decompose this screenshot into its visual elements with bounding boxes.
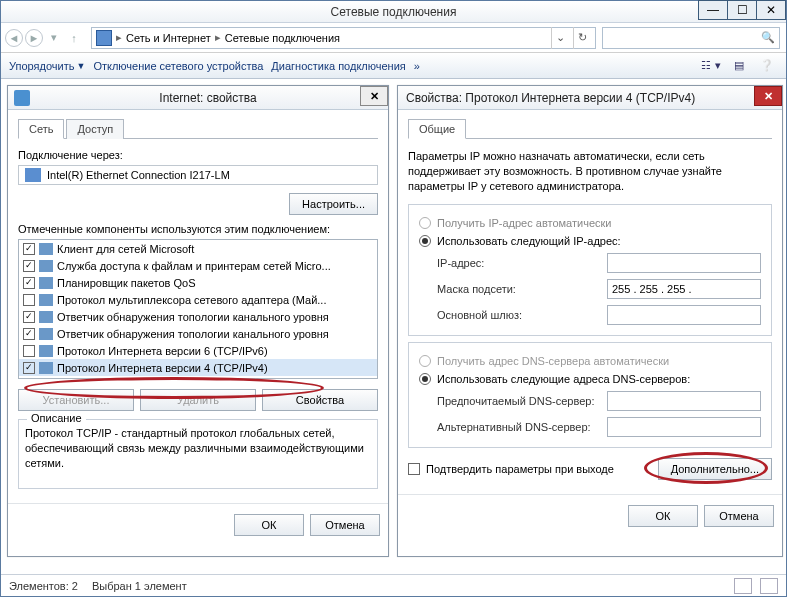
item-count: Элементов: 2 <box>9 580 78 592</box>
diagnose-button[interactable]: Диагностика подключения <box>271 60 405 72</box>
component-icon <box>39 260 53 272</box>
network-connections-window: Сетевые подключения — ☐ ✕ ◄ ► ▾ ↑ ▸ Сеть… <box>0 0 787 597</box>
adapter-field: Intel(R) Ethernet Connection I217-LM <box>18 165 378 185</box>
install-button[interactable]: Установить... <box>18 389 134 411</box>
dialog-title: Свойства: Протокол Интернета версии 4 (T… <box>404 91 776 105</box>
ok-button[interactable]: ОК <box>234 514 304 536</box>
checkbox[interactable]: ✓ <box>23 260 35 272</box>
checkbox[interactable]: ✓ <box>23 328 35 340</box>
tab-network[interactable]: Сеть <box>18 119 64 139</box>
confirm-label: Подтвердить параметры при выходе <box>426 463 614 475</box>
nic-icon <box>25 168 41 182</box>
help-button[interactable]: ❔ <box>756 56 778 76</box>
connect-through-label: Подключение через: <box>18 149 378 161</box>
back-button[interactable]: ◄ <box>5 29 23 47</box>
checkbox[interactable] <box>23 345 35 357</box>
dns-primary-input[interactable] <box>607 391 761 411</box>
dialog-title-bar: Свойства: Протокол Интернета версии 4 (T… <box>398 86 782 110</box>
organize-menu[interactable]: Упорядочить▼ <box>9 60 85 72</box>
component-icon <box>39 328 53 340</box>
ip-address-label: IP-адрес: <box>437 257 607 269</box>
remove-button[interactable]: Удалить <box>140 389 256 411</box>
dns-alt-input[interactable] <box>607 417 761 437</box>
subnet-mask-input[interactable]: 255 . 255 . 255 . <box>607 279 761 299</box>
list-item[interactable]: ✓Ответчик обнаружения топологии канально… <box>19 308 377 325</box>
adapter-icon <box>14 90 30 106</box>
components-list: ✓Клиент для сетей Microsoft ✓Служба дост… <box>18 239 378 379</box>
list-item[interactable]: ✓Служба доступа к файлам и принтерам сет… <box>19 257 377 274</box>
checkbox[interactable] <box>23 294 35 306</box>
search-icon: 🔍 <box>761 31 775 44</box>
tabs: Общие <box>408 118 772 139</box>
description-box: Описание Протокол TCP/IP - стандартный п… <box>18 419 378 489</box>
close-button[interactable]: ✕ <box>756 0 786 20</box>
component-icon <box>39 362 53 374</box>
checkbox[interactable]: ✓ <box>23 243 35 255</box>
components-label: Отмеченные компоненты используются этим … <box>18 223 378 235</box>
overflow-icon[interactable]: » <box>414 60 420 72</box>
view-options-button[interactable]: ☷ ▾ <box>700 56 722 76</box>
list-item[interactable]: Протокол мультиплексора сетевого адаптер… <box>19 291 377 308</box>
list-item[interactable]: ✓Клиент для сетей Microsoft <box>19 240 377 257</box>
view-large-icon[interactable] <box>760 578 778 594</box>
cancel-button[interactable]: Отмена <box>310 514 380 536</box>
component-icon <box>39 311 53 323</box>
disable-device-button[interactable]: Отключение сетевого устройства <box>93 60 263 72</box>
address-bar: ◄ ► ▾ ↑ ▸ Сеть и Интернет ▸ Сетевые подк… <box>1 23 786 53</box>
status-bar: Элементов: 2 Выбран 1 элемент <box>1 574 786 596</box>
description-legend: Описание <box>27 412 86 424</box>
confirm-checkbox[interactable] <box>408 463 420 475</box>
checkbox[interactable]: ✓ <box>23 311 35 323</box>
component-icon <box>39 277 53 289</box>
component-icon <box>39 243 53 255</box>
breadcrumb-item[interactable]: Сеть и Интернет <box>126 32 211 44</box>
list-item-selected[interactable]: ✓Протокол Интернета версии 4 (TCP/IPv4) <box>19 359 377 376</box>
advanced-button[interactable]: Дополнительно... <box>658 458 772 480</box>
tab-access[interactable]: Доступ <box>66 119 124 139</box>
list-item[interactable]: ✓Планировщик пакетов QoS <box>19 274 377 291</box>
gateway-input[interactable] <box>607 305 761 325</box>
component-icon <box>39 294 53 306</box>
maximize-button[interactable]: ☐ <box>727 0 757 20</box>
chevron-right-icon: ▸ <box>215 31 221 44</box>
close-button[interactable]: ✕ <box>754 86 782 106</box>
dialog-title: Internet: свойства <box>34 91 382 105</box>
ip-address-input[interactable] <box>607 253 761 273</box>
toolbar: Упорядочить▼ Отключение сетевого устройс… <box>1 53 786 79</box>
properties-button[interactable]: Свойства <box>262 389 378 411</box>
radio-dns-manual[interactable]: Использовать следующие адреса DNS-сервер… <box>419 373 761 385</box>
radio-dns-auto[interactable]: Получить адрес DNS-сервера автоматически <box>419 355 761 367</box>
breadcrumb-item[interactable]: Сетевые подключения <box>225 32 340 44</box>
adapter-properties-dialog: Internet: свойства ✕ Сеть Доступ Подключ… <box>7 85 389 557</box>
location-icon <box>96 30 112 46</box>
selected-count: Выбран 1 элемент <box>92 580 187 592</box>
ip-group: Получить IP-адрес автоматически Использо… <box>408 204 772 336</box>
radio-ip-auto[interactable]: Получить IP-адрес автоматически <box>419 217 761 229</box>
gateway-label: Основной шлюз: <box>437 309 607 321</box>
close-button[interactable]: ✕ <box>360 86 388 106</box>
cancel-button[interactable]: Отмена <box>704 505 774 527</box>
chevron-right-icon: ▸ <box>116 31 122 44</box>
preview-pane-button[interactable]: ▤ <box>728 56 750 76</box>
tab-general[interactable]: Общие <box>408 119 466 139</box>
dns-alt-label: Альтернативный DNS-сервер: <box>437 421 607 433</box>
radio-ip-manual[interactable]: Использовать следующий IP-адрес: <box>419 235 761 247</box>
configure-button[interactable]: Настроить... <box>289 193 378 215</box>
history-dropdown[interactable]: ▾ <box>45 29 63 47</box>
ok-button[interactable]: ОК <box>628 505 698 527</box>
main-window-title: Сетевые подключения <box>331 5 457 19</box>
list-item[interactable]: ✓Ответчик обнаружения топологии канально… <box>19 325 377 342</box>
minimize-button[interactable]: — <box>698 0 728 20</box>
list-item[interactable]: Протокол Интернета версии 6 (TCP/IPv6) <box>19 342 377 359</box>
breadcrumb[interactable]: ▸ Сеть и Интернет ▸ Сетевые подключения … <box>91 27 596 49</box>
checkbox[interactable]: ✓ <box>23 277 35 289</box>
forward-button[interactable]: ► <box>25 29 43 47</box>
tabs: Сеть Доступ <box>18 118 378 139</box>
dns-primary-label: Предпочитаемый DNS-сервер: <box>437 395 607 407</box>
view-details-icon[interactable] <box>734 578 752 594</box>
up-button[interactable]: ↑ <box>65 29 83 47</box>
refresh-button[interactable]: ↻ <box>573 27 591 49</box>
search-input[interactable]: 🔍 <box>602 27 780 49</box>
breadcrumb-dropdown[interactable]: ⌄ <box>551 27 569 49</box>
checkbox[interactable]: ✓ <box>23 362 35 374</box>
